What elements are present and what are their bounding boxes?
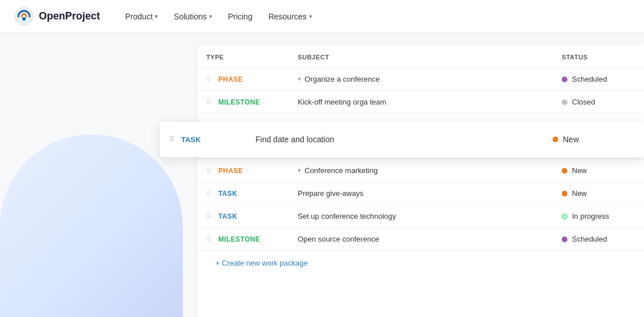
table-row[interactable]: ⠿ MILESTONE Open source conference Sched…: [197, 228, 644, 251]
type-label: PHASE: [218, 167, 243, 175]
drag-handle-icon: ⠿: [160, 135, 181, 143]
subject-text: Conference marketing: [305, 166, 378, 175]
row-subject: Find date and location: [255, 135, 553, 144]
column-subject: SUBJECT: [289, 45, 553, 68]
nav-solutions-label: Solutions: [174, 12, 207, 21]
cell-subject: Prepare give-aways: [289, 182, 553, 205]
cell-type: ⠿ MILESTONE: [197, 228, 289, 251]
drag-handle-icon: ⠿: [206, 235, 214, 243]
nav-resources-label: Resources: [269, 12, 307, 21]
column-status: STATUS: [553, 45, 644, 68]
type-label: MILESTONE: [218, 98, 260, 106]
highlighted-task-row[interactable]: ⠿ TASK Find date and location New: [160, 122, 644, 157]
chevron-down-icon: ▾: [209, 13, 212, 19]
drag-handle-icon: ⠿: [206, 190, 214, 198]
status-text: Scheduled: [572, 75, 607, 83]
status-dot: [562, 191, 567, 196]
drag-handle-icon: ⠿: [206, 98, 214, 106]
status-dot: [562, 168, 567, 174]
type-label: TASK: [218, 190, 237, 198]
drag-handle-icon: ⠿: [206, 167, 214, 175]
cell-subject: Open source conference: [289, 228, 553, 251]
subject-text: Prepare give-aways: [298, 189, 363, 198]
cell-subject: ▾Organize a conference: [289, 68, 553, 91]
status-text: Scheduled: [572, 235, 607, 243]
cell-status: New: [553, 182, 644, 205]
cell-status: Scheduled: [553, 68, 644, 91]
cell-subject: Set up conference technology: [289, 205, 553, 228]
status-text: New: [572, 166, 587, 175]
table-row[interactable]: ⠿ PHASE ▾Organize a conference Scheduled: [197, 68, 644, 91]
nav-pricing-label: Pricing: [228, 12, 253, 21]
status-dot-orange: [553, 137, 558, 142]
cell-type: ⠿ MILESTONE: [197, 91, 289, 114]
svg-point-1: [22, 17, 26, 21]
cell-type: ⠿ TASK: [197, 182, 289, 205]
drag-handle-icon: ⠿: [206, 75, 214, 83]
logo[interactable]: OpenProject: [14, 6, 100, 27]
cell-subject: ▾Conference marketing: [289, 159, 553, 182]
row-type-task: TASK: [181, 135, 255, 144]
type-label: PHASE: [218, 75, 243, 83]
status-dot: [562, 77, 567, 82]
status-text: New: [572, 189, 587, 198]
cell-status: Scheduled: [553, 228, 644, 251]
nav-solutions[interactable]: Solutions ▾: [167, 7, 219, 26]
create-work-package-link[interactable]: + Create new work package: [197, 251, 644, 275]
main-content: TYPE SUBJECT STATUS ⠿ PHASE ▾Organize a …: [0, 33, 644, 317]
subject-text: Open source conference: [298, 235, 379, 243]
column-type: TYPE: [197, 45, 289, 68]
nav-resources[interactable]: Resources ▾: [262, 7, 319, 26]
svg-point-0: [14, 7, 34, 26]
type-label: MILESTONE: [218, 235, 260, 243]
cell-status: Closed: [553, 91, 644, 114]
table-row[interactable]: ⠿ TASK Set up conference technology In p…: [197, 205, 644, 228]
chevron-down-icon: ▾: [155, 13, 158, 19]
cell-status: In progress: [553, 205, 644, 228]
subject-text: Kick-off meeting orga team: [298, 98, 386, 106]
status-text: Closed: [572, 98, 595, 106]
status-dot: [562, 214, 567, 219]
table-row[interactable]: ⠿ MILESTONE Kick-off meeting orga team C…: [197, 91, 644, 114]
table-body: ⠿ PHASE ▾Organize a conference Scheduled…: [197, 68, 644, 251]
nav-links: Product ▾ Solutions ▾ Pricing Resources …: [118, 7, 319, 26]
table-header: TYPE SUBJECT STATUS: [197, 45, 644, 68]
cell-type: ⠿ PHASE: [197, 159, 289, 182]
logo-text: OpenProject: [39, 10, 100, 22]
chevron-down-icon: ▾: [298, 167, 301, 174]
background-decoration: [0, 134, 183, 317]
chevron-down-icon: ▾: [309, 13, 312, 19]
subject-text: Organize a conference: [305, 75, 380, 83]
table-row[interactable]: ⠿ TASK Prepare give-aways New: [197, 182, 644, 205]
openproject-logo-icon: [14, 6, 34, 27]
cell-type: ⠿ TASK: [197, 205, 289, 228]
subject-text: Set up conference technology: [298, 212, 396, 220]
cell-type: ⠿ PHASE: [197, 68, 289, 91]
status-dot: [562, 99, 567, 105]
nav-pricing[interactable]: Pricing: [221, 7, 259, 26]
chevron-down-icon: ▾: [298, 75, 301, 83]
status-dot: [562, 236, 567, 242]
cell-status: New: [553, 159, 644, 182]
nav-product[interactable]: Product ▾: [118, 7, 165, 26]
navbar: OpenProject Product ▾ Solutions ▾ Pricin…: [0, 0, 644, 33]
cell-subject: Kick-off meeting orga team: [289, 91, 553, 114]
table-row[interactable]: ⠿ PHASE ▾Conference marketing New: [197, 159, 644, 182]
status-text: In progress: [572, 212, 609, 220]
row-status: New: [553, 135, 644, 144]
table-panel: TYPE SUBJECT STATUS ⠿ PHASE ▾Organize a …: [197, 45, 644, 317]
nav-product-label: Product: [125, 12, 153, 21]
drag-handle-icon: ⠿: [206, 212, 214, 220]
type-label: TASK: [218, 212, 237, 220]
work-packages-table: TYPE SUBJECT STATUS ⠿ PHASE ▾Organize a …: [197, 45, 644, 317]
